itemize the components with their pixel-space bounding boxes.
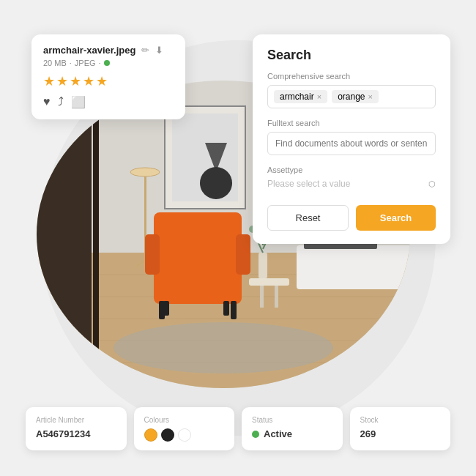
search-action-buttons: Reset Search [267,205,436,231]
svg-point-37 [114,322,333,373]
comprehensive-label: Comprehensive search [267,72,436,81]
search-panel: Search Comprehensive search armchair × o… [253,34,450,244]
svg-rect-9 [93,77,99,392]
assettype-link-icon[interactable]: ⬡ [428,179,436,189]
svg-rect-27 [275,286,278,308]
article-number-card: Article Number A546791234 [26,407,127,450]
svg-point-13 [200,167,232,199]
download-icon[interactable]: ⬇ [155,45,163,56]
file-action-buttons: ♥ ⤴ ⬜ [43,95,174,109]
tag-orange[interactable]: orange × [332,90,379,103]
svg-rect-20 [236,234,250,275]
file-info-card: armchair-xavier.jpeg ✏ ⬇ 20 MB · JPEG · … [31,34,185,119]
status-row: Active [252,428,332,439]
star-4[interactable]: ★ [83,73,94,89]
svg-rect-19 [145,234,160,275]
stock-label: Stock [360,416,441,424]
status-value: Active [264,428,292,439]
svg-rect-18 [154,212,242,271]
colours-card: Colours [134,407,235,450]
search-title: Search [267,48,436,63]
file-meta: 20 MB · JPEG · [43,59,174,67]
stock-value: 269 [360,428,441,439]
svg-point-15 [130,168,160,176]
svg-rect-26 [260,286,264,308]
svg-rect-23 [163,301,169,316]
heart-button[interactable]: ♥ [43,95,51,109]
colour-swatch-white[interactable] [178,428,191,442]
colour-swatch-orange[interactable] [144,428,157,442]
svg-rect-35 [297,245,414,289]
article-number-label: Article Number [36,416,116,424]
assettype-placeholder: Please select a value [267,179,350,189]
svg-rect-25 [249,278,289,286]
status-card: Status Active [242,407,343,450]
reset-button[interactable]: Reset [267,205,349,231]
status-active-dot [252,431,259,438]
rating-stars: ★ ★ ★ ★ ★ [43,73,174,89]
edit-icon[interactable]: ✏ [141,45,149,56]
colours-label: Colours [144,416,225,424]
svg-rect-24 [223,301,229,316]
status-label: Status [252,416,332,424]
star-5[interactable]: ★ [96,73,108,89]
share-button[interactable]: ⤴ [58,95,64,109]
remove-orange-tag[interactable]: × [368,92,373,101]
search-button[interactable]: Search [356,205,436,231]
star-3[interactable]: ★ [70,73,81,89]
svg-rect-22 [231,301,237,319]
article-number-value: A546791234 [36,428,116,439]
assettype-label: Assettype [267,166,436,174]
colour-swatches [144,428,225,442]
tag-armchair[interactable]: armchair × [274,90,327,103]
active-indicator [104,60,110,66]
tag-input-field[interactable]: armchair × orange × [267,85,436,108]
colour-swatch-black[interactable] [161,428,174,442]
fulltext-label: Fulltext search [267,119,436,127]
file-name: armchair-xavier.jpeg [43,45,135,56]
star-2[interactable]: ★ [56,73,68,89]
remove-armchair-tag[interactable]: × [317,92,321,101]
svg-rect-28 [259,253,267,278]
star-1[interactable]: ★ [43,73,55,89]
fulltext-input[interactable] [267,132,436,155]
assettype-select[interactable]: Please select a value ⬡ [267,179,436,195]
stock-card: Stock 269 [350,407,451,450]
bottom-info-cards: Article Number A546791234 Colours Status… [26,407,450,450]
folder-button[interactable]: ⬜ [71,95,86,109]
svg-rect-8 [33,77,92,392]
